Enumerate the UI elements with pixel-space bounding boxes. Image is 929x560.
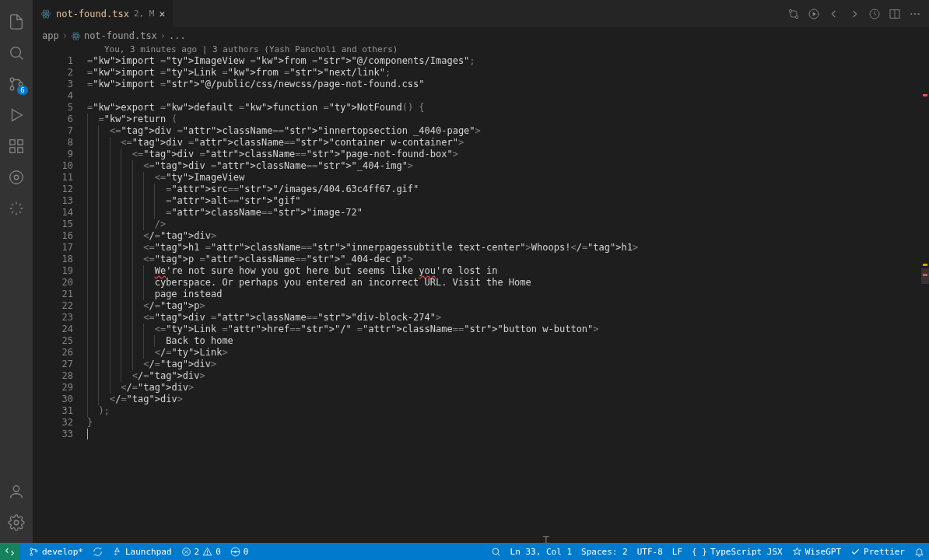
scm-badge: 6 — [17, 86, 28, 95]
feedback-icon[interactable] — [491, 547, 501, 557]
source-control-icon[interactable]: 6 — [0, 68, 33, 100]
svg-point-25 — [910, 12, 912, 14]
annotate-icon[interactable] — [868, 8, 881, 20]
tab-not-found[interactable]: not-found.tsx 2, M ✕ — [33, 0, 174, 27]
svg-point-26 — [914, 12, 916, 14]
wisegpt-label: WiseGPT — [805, 547, 841, 557]
warning-count: 0 — [216, 547, 221, 557]
language-mode[interactable]: { } TypeScript JSX — [692, 547, 783, 557]
run-debug-icon[interactable] — [0, 100, 33, 131]
git-compare-icon[interactable] — [787, 8, 800, 20]
svg-line-1 — [19, 56, 23, 59]
language-label: TypeScript JSX — [710, 547, 783, 557]
sync-icon[interactable] — [93, 547, 103, 557]
code-text[interactable]: ="kw">import ="ty">ImageView ="kw">from … — [87, 55, 929, 543]
tab-bar: not-found.tsx 2, M ✕ — [33, 0, 929, 27]
extensions-icon[interactable] — [0, 131, 33, 162]
gitlens-icon[interactable] — [0, 162, 33, 193]
split-editor-icon[interactable] — [889, 8, 901, 20]
svg-point-3 — [10, 86, 14, 90]
svg-line-42 — [498, 553, 500, 555]
launchpad[interactable]: Launchpad — [112, 547, 172, 557]
more-icon[interactable] — [909, 8, 921, 20]
react-file-icon — [40, 9, 51, 19]
svg-point-2 — [10, 78, 14, 82]
react-file-icon — [71, 31, 81, 41]
svg-point-34 — [35, 550, 37, 552]
breadcrumb-folder[interactable]: app — [42, 30, 59, 41]
launchpad-label: Launchpad — [125, 547, 172, 557]
code-editor[interactable]: 1234567891011121314151617181920212223242… — [33, 55, 929, 543]
cursor-position[interactable]: Ln 33, Col 1 — [510, 547, 572, 557]
svg-marker-21 — [813, 12, 816, 16]
svg-rect-9 — [18, 148, 23, 152]
svg-point-31 — [75, 35, 77, 37]
breadcrumb[interactable]: app › not-found.tsx › ... — [33, 27, 929, 44]
search-icon[interactable] — [0, 37, 33, 68]
tab-problems: 2, M — [134, 9, 155, 19]
activity-bar: 6 — [0, 0, 33, 543]
text-cursor-glyph: ⌶ — [542, 532, 550, 543]
svg-point-11 — [14, 175, 19, 180]
svg-point-17 — [45, 13, 47, 15]
error-count: 2 — [195, 547, 200, 557]
svg-rect-7 — [18, 140, 23, 145]
remote-indicator[interactable] — [0, 543, 19, 560]
line-gutter: 1234567891011121314151617181920212223242… — [33, 55, 87, 543]
prev-icon[interactable] — [828, 8, 840, 20]
loading-icon[interactable] — [0, 193, 33, 224]
accounts-icon[interactable] — [0, 476, 33, 507]
git-branch[interactable]: develop* — [29, 547, 83, 557]
ports[interactable]: 0 — [230, 547, 249, 557]
scrollbar-track[interactable] — [918, 44, 929, 543]
svg-point-12 — [13, 486, 19, 492]
next-icon[interactable] — [848, 8, 861, 20]
svg-rect-6 — [10, 140, 15, 145]
eol[interactable]: LF — [672, 547, 682, 557]
codelens-blame[interactable]: You, 3 minutes ago | 3 authors (Yash Pan… — [33, 44, 929, 55]
svg-point-41 — [493, 548, 499, 555]
svg-point-27 — [918, 12, 920, 14]
wisegpt[interactable]: WiseGPT — [792, 547, 841, 557]
minimap[interactable]: ="kw">import ="ty">ImageView ="kw">from … — [840, 27, 918, 136]
branch-name: develop* — [42, 547, 83, 557]
svg-marker-5 — [12, 110, 23, 121]
encoding[interactable]: UTF-8 — [637, 547, 663, 557]
explorer-icon[interactable] — [0, 6, 33, 37]
prettier[interactable]: Prettier — [850, 547, 905, 557]
run-file-icon[interactable] — [808, 8, 820, 20]
svg-point-0 — [11, 47, 21, 58]
status-bar: develop* Launchpad 2 0 0 Ln 33, Col 1 Sp… — [0, 543, 929, 560]
svg-point-10 — [10, 171, 23, 184]
chevron-right-icon: › — [62, 30, 68, 41]
editor-area: not-found.tsx 2, M ✕ app › not-found.tsx… — [33, 0, 929, 543]
prettier-label: Prettier — [864, 547, 905, 557]
svg-point-33 — [30, 553, 33, 555]
problems[interactable]: 2 0 — [181, 547, 221, 557]
breadcrumb-tail[interactable]: ... — [169, 30, 186, 41]
indentation[interactable]: Spaces: 2 — [581, 547, 628, 557]
svg-rect-8 — [10, 148, 15, 152]
breadcrumb-file[interactable]: not-found.tsx — [84, 30, 157, 41]
settings-gear-icon[interactable] — [0, 507, 33, 538]
close-icon[interactable]: ✕ — [159, 8, 165, 19]
editor-toolbar — [787, 0, 929, 27]
svg-point-32 — [30, 548, 33, 550]
svg-point-13 — [14, 520, 19, 525]
scroll-thumb[interactable] — [921, 268, 929, 284]
tab-filename: not-found.tsx — [56, 9, 129, 19]
notifications-icon[interactable] — [914, 547, 924, 557]
chevron-right-icon: › — [160, 30, 166, 41]
svg-point-18 — [789, 9, 791, 12]
svg-point-39 — [207, 553, 208, 554]
svg-point-19 — [795, 16, 798, 18]
ports-count: 0 — [244, 547, 249, 557]
